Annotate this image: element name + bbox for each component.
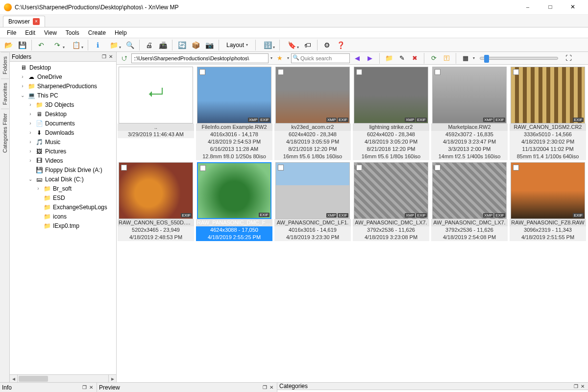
tree-item[interactable]: 📁ExchangeSetupLogs xyxy=(10,202,116,212)
folders-header: Folders ❐ ✕ xyxy=(10,52,116,62)
favorite-icon[interactable]: ★ xyxy=(274,53,285,64)
thumbnail-grid[interactable]: ⮠..3/29/2019 11:46:43 AMXMPEXIFFileInfo.… xyxy=(117,65,588,382)
thumbnail-item[interactable]: XMPEXIFAW_PANASONIC_DMC_LX7.3792x2536 - … xyxy=(353,162,429,241)
info-icon[interactable]: ℹ xyxy=(91,39,104,51)
undock-icon[interactable]: ❐ xyxy=(100,53,107,60)
menu-help[interactable]: Help xyxy=(111,28,131,37)
refresh-icon[interactable]: ⟳ xyxy=(428,53,439,64)
thumbnail-item[interactable]: XMPEXIFFileInfo.com Example.RW24016x3016… xyxy=(196,67,272,160)
tree-item[interactable]: ›📁3D Objects xyxy=(10,100,116,109)
thumbnail-item[interactable]: XMPEXIFMarketplace.RW24592x3072 - 16,835… xyxy=(431,67,508,160)
menu-edit[interactable]: Edit xyxy=(21,28,39,37)
tree-item[interactable]: ⌄🖴Local Disk (C:) xyxy=(10,174,116,184)
tree-item[interactable]: ›⬇Downloads xyxy=(10,128,116,137)
scroll-thumb[interactable] xyxy=(19,376,48,382)
tree-item[interactable]: 💾Floppy Disk Drive (A:) xyxy=(10,165,116,174)
rename-icon[interactable]: ✎ xyxy=(396,53,407,64)
save-icon[interactable]: 💾 xyxy=(16,39,28,51)
thumbnail-item[interactable]: EXIFRAW_CANON_EOS_550D.CR25202x3465 - 23… xyxy=(118,162,194,241)
tree-item[interactable]: 📁ESD xyxy=(10,193,116,202)
tree-item[interactable]: ⌄💻This PC xyxy=(10,91,116,100)
folder-tree[interactable]: 🖥Desktop›☁OneDrive›📁SharpenedProductions… xyxy=(10,62,116,374)
tree-item[interactable]: ›☁OneDrive xyxy=(10,72,116,81)
thumbnail-item[interactable]: XMPEXIFkv23ed_acom.cr26024x4020 - 28,348… xyxy=(274,67,351,160)
maximize-button[interactable]: □ xyxy=(539,0,562,15)
scroll-left-icon[interactable]: ◂ xyxy=(10,375,18,382)
menu-view[interactable]: View xyxy=(40,28,61,37)
capture-icon[interactable]: 📷 xyxy=(203,39,216,51)
new-folder-icon[interactable]: 📁 xyxy=(384,53,394,64)
tree-hscrollbar[interactable]: ◂ ▸ xyxy=(10,374,116,382)
menu-file[interactable]: File xyxy=(3,28,20,37)
bookmark-icon[interactable]: 🔖 xyxy=(283,39,300,51)
tag-icon[interactable]: 🏷 xyxy=(301,39,314,51)
thumbnail-item[interactable]: XMPEXIFlightning strike.cr26024x4020 - 2… xyxy=(353,67,429,160)
info-title: Info xyxy=(2,384,81,391)
tree-item[interactable]: ›📁SharpenedProductions xyxy=(10,81,116,91)
filter-icon[interactable]: ⚿ xyxy=(441,53,452,64)
tree-item[interactable]: 📁IExp0.tmp xyxy=(10,221,116,230)
nav-back-icon[interactable]: ◀ xyxy=(352,53,363,64)
undo-icon[interactable]: ↶ xyxy=(35,39,48,51)
tree-item[interactable]: 🖥Desktop xyxy=(10,63,116,72)
thumbnail-item[interactable]: ⮠..3/29/2019 11:46:43 AM xyxy=(118,67,194,160)
settings-icon[interactable]: ⚙ xyxy=(320,39,333,51)
side-tab-categories-filter[interactable]: Categories Filter xyxy=(1,109,9,157)
slider-knob[interactable] xyxy=(484,55,489,63)
thumbnail-size-slider[interactable] xyxy=(480,57,558,60)
scan-icon[interactable]: 📠 xyxy=(156,39,169,51)
side-tab-folders[interactable]: Folders xyxy=(1,52,9,78)
fullscreen-icon[interactable]: ⛶ xyxy=(563,53,574,64)
folders-title: Folders xyxy=(12,53,100,60)
tree-item[interactable]: ›🖼Pictures xyxy=(10,147,116,156)
close-panel-icon[interactable]: ✕ xyxy=(579,383,586,390)
delete-icon[interactable]: ✖ xyxy=(409,53,420,64)
close-tab-icon[interactable]: × xyxy=(33,18,40,25)
tree-item[interactable]: ›🎞Videos xyxy=(10,156,116,165)
thumbnail-item[interactable]: XMPEXIFAW_PANASONIC_DMC_LX7.3792x2536 - … xyxy=(431,162,508,241)
layout-dropdown[interactable]: Layout▾ xyxy=(222,40,252,50)
tree-item[interactable]: ›📄Documents xyxy=(10,119,116,128)
search-icon[interactable]: 🔍 xyxy=(123,39,136,51)
undock-icon[interactable]: ❐ xyxy=(81,384,88,391)
menu-create[interactable]: Create xyxy=(84,28,110,37)
thumbnail-item[interactable]: EXIFRAW_PANASONIC_DMC_FZ...4624x3088 - 1… xyxy=(196,162,272,241)
thumbnail-item[interactable]: XMPEXIFAW_PANASONIC_DMC_LF1.4016x3016 - … xyxy=(274,162,351,241)
nav-fwd-icon[interactable]: ▶ xyxy=(365,53,375,64)
close-panel-icon[interactable]: ✕ xyxy=(88,384,95,391)
redo-icon[interactable]: ↷ xyxy=(49,39,66,51)
print-icon[interactable]: 🖨 xyxy=(143,39,155,51)
folder-icon[interactable]: 📁 xyxy=(105,39,122,51)
convert-icon[interactable]: 🔄 xyxy=(175,39,188,51)
scroll-right-icon[interactable]: ▸ xyxy=(108,375,116,382)
thumbnail-item[interactable]: EXIFRAW_PANASONIC_FZ8.RAW3096x2319 - 11,… xyxy=(510,162,586,241)
side-tab-favorites[interactable]: Favorites xyxy=(1,78,9,109)
close-button[interactable]: ✕ xyxy=(562,0,584,15)
path-input[interactable] xyxy=(131,53,269,63)
menu-tools[interactable]: Tools xyxy=(62,28,83,37)
view-dropdown-icon[interactable]: ▾ xyxy=(473,56,475,60)
tree-item[interactable]: ›🎵Music xyxy=(10,137,116,147)
help-icon[interactable]: ❓ xyxy=(334,39,347,51)
path-dropdown-icon[interactable]: ▾ xyxy=(270,56,272,60)
separator xyxy=(424,53,424,64)
fav-dropdown-icon[interactable]: ▾ xyxy=(287,56,289,60)
minimize-button[interactable]: – xyxy=(516,0,539,15)
nav-up-icon[interactable]: ⮍ xyxy=(119,53,129,64)
sort-icon[interactable]: 🔢 xyxy=(259,39,276,51)
undock-icon[interactable]: ❐ xyxy=(261,384,268,391)
browser-tab[interactable]: Browser × xyxy=(3,16,45,27)
batch-icon[interactable]: 📦 xyxy=(189,39,202,51)
tree-item[interactable]: ›🖥Desktop xyxy=(10,109,116,119)
undock-icon[interactable]: ❐ xyxy=(572,383,579,390)
tree-item[interactable]: ›📁Br_soft xyxy=(10,184,116,193)
scroll-track[interactable] xyxy=(18,375,108,382)
close-panel-icon[interactable]: ✕ xyxy=(268,384,275,391)
thumbnail-item[interactable]: EXIFRAW_CANON_1DSM2.CR23336x5010 - 14,56… xyxy=(510,67,586,160)
copy-icon[interactable]: 📋 xyxy=(67,39,85,51)
tree-item[interactable]: 📁icons xyxy=(10,212,116,221)
open-icon[interactable]: 📂 xyxy=(2,39,15,51)
close-panel-icon[interactable]: ✕ xyxy=(107,53,114,60)
view-mode-icon[interactable]: ▦ xyxy=(460,53,471,64)
quick-search-input[interactable] xyxy=(291,53,350,63)
